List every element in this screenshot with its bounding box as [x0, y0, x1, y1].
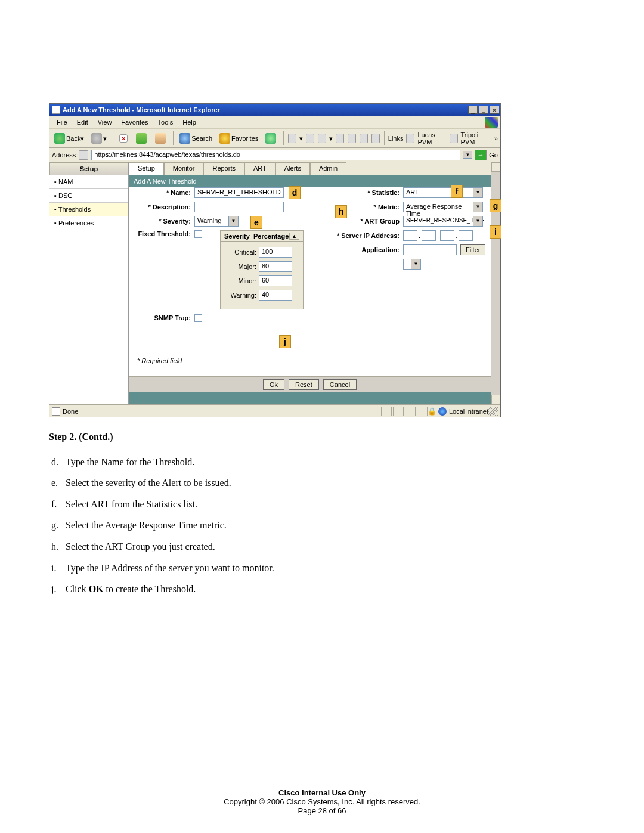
left-nav: Setup ▪ NAM ▪ DSG ▪ Thresholds ▪ Prefere…: [49, 162, 129, 404]
snmp-trap-label: SNMP Trap:: [129, 314, 194, 321]
metric-dropdown[interactable]: Average Response Time ▼: [403, 202, 483, 212]
toolbar-icon[interactable]: [348, 134, 356, 143]
tab-monitor[interactable]: Monitor: [164, 162, 204, 175]
back-button[interactable]: Back ▾: [52, 131, 86, 145]
nav-item-thresholds[interactable]: ▪ Thresholds: [49, 203, 128, 216]
nav-item-preferences[interactable]: ▪ Preferences: [49, 216, 128, 230]
collapse-icon[interactable]: ▲: [289, 233, 299, 240]
stop-button[interactable]: ×: [117, 131, 131, 145]
lock-icon: 🔒: [428, 407, 436, 416]
globe-icon: [438, 407, 447, 416]
warning-label: Warning:: [225, 292, 259, 299]
callout-e: e: [250, 216, 262, 229]
print-icon[interactable]: [306, 134, 314, 143]
status-cell: [405, 407, 416, 416]
critical-input[interactable]: 100: [259, 247, 292, 258]
nav-label: Preferences: [58, 219, 94, 227]
tab-setup[interactable]: Setup: [129, 162, 164, 175]
button-bar: Ok Reset Cancel: [129, 376, 491, 392]
separator: [384, 131, 385, 145]
ip-oct1-input[interactable]: [403, 230, 417, 241]
major-input[interactable]: 80: [259, 261, 292, 272]
menu-edit[interactable]: Edit: [72, 117, 93, 127]
favorites-button[interactable]: Favorites: [217, 131, 261, 145]
footer-page-number: Page 28 of 66: [0, 806, 644, 815]
home-button[interactable]: [153, 131, 169, 145]
resize-grip-icon[interactable]: [488, 407, 498, 416]
address-url: https://meknes:8443/acapweb/texas/thresh…: [94, 151, 240, 158]
fixed-threshold-checkbox[interactable]: [194, 230, 202, 238]
menu-view[interactable]: View: [93, 117, 117, 127]
warning-input[interactable]: 40: [259, 290, 292, 301]
close-button[interactable]: ×: [490, 106, 499, 114]
refresh-icon: [136, 133, 147, 144]
tab-reports[interactable]: Reports: [203, 162, 244, 175]
tab-art[interactable]: ART: [244, 162, 275, 175]
app-select[interactable]: ▼: [403, 259, 421, 270]
menu-tools[interactable]: Tools: [153, 117, 178, 127]
metric-value: Average Response Time: [406, 203, 462, 217]
tab-admin[interactable]: Admin: [310, 162, 346, 175]
chevron-right-icon[interactable]: »: [494, 135, 498, 142]
ok-button[interactable]: Ok: [263, 379, 284, 390]
snmp-trap-checkbox[interactable]: [194, 314, 202, 322]
dd-arrow-icon[interactable]: ▼: [463, 151, 472, 159]
major-label: Major:: [225, 263, 259, 270]
link-tripoli[interactable]: Tripoli PVM: [461, 131, 490, 145]
go-label: Go: [489, 151, 498, 159]
ip-oct4-input[interactable]: [459, 230, 473, 241]
minimize-button[interactable]: _: [468, 106, 478, 114]
page-subtitle: Add A New Threshold: [129, 175, 491, 187]
menu-favorites[interactable]: Favorites: [116, 117, 153, 127]
toolbar-icon[interactable]: [360, 134, 368, 143]
content-area: Setup ▪ NAM ▪ DSG ▪ Thresholds ▪ Prefere…: [49, 162, 500, 404]
media-button[interactable]: [263, 131, 280, 145]
description-input[interactable]: [194, 202, 284, 212]
address-input[interactable]: https://meknes:8443/acapweb/texas/thresh…: [91, 150, 460, 160]
reset-button[interactable]: Reset: [289, 379, 319, 390]
back-label: Back: [66, 135, 80, 142]
forward-button[interactable]: ▾: [89, 131, 109, 145]
toolbar-icon[interactable]: [371, 134, 380, 143]
footer-band: [129, 392, 491, 404]
discuss-icon[interactable]: [336, 134, 344, 143]
link-lucas[interactable]: Lucas PVM: [417, 131, 446, 145]
list-item: i.Type the IP Address of the server you …: [66, 561, 502, 576]
edit-icon[interactable]: [318, 134, 326, 143]
cancel-button[interactable]: Cancel: [323, 379, 357, 390]
toolbar: Back ▾ ▾ × Search Favorites ▾ ▾ Links Lu…: [49, 129, 500, 148]
chevron-down-icon: ▼: [473, 202, 483, 212]
menu-help[interactable]: Help: [178, 117, 201, 127]
nav-item-nam[interactable]: ▪ NAM: [49, 175, 128, 189]
ip-oct2-input[interactable]: [422, 230, 436, 241]
menu-file[interactable]: File: [52, 117, 72, 127]
name-input[interactable]: SERVER_RT_THRESHOLD: [194, 187, 284, 198]
statistic-dropdown[interactable]: ART ▼: [403, 187, 483, 198]
status-cell: [393, 407, 404, 416]
application-label: Application:: [332, 246, 403, 253]
name-value: SERVER_RT_THRESHOLD: [197, 188, 281, 196]
callout-h: h: [335, 205, 347, 218]
art-group-dropdown[interactable]: SERVER_RESPONSE_TIME ▼: [403, 216, 483, 227]
scroll-down-icon[interactable]: [491, 395, 500, 404]
application-input[interactable]: [403, 244, 457, 255]
address-label: Address: [52, 151, 76, 159]
tab-alerts[interactable]: Alerts: [275, 162, 310, 175]
maximize-button[interactable]: □: [479, 106, 488, 114]
mail-icon[interactable]: [288, 134, 296, 143]
chevron-down-icon: ▼: [229, 216, 239, 227]
search-button[interactable]: Search: [177, 131, 215, 145]
refresh-button[interactable]: [134, 131, 150, 145]
nav-item-dsg[interactable]: ▪ DSG: [49, 189, 128, 203]
window-title: Add A New Threshold - Microsoft Internet…: [63, 106, 467, 113]
minor-input[interactable]: 60: [259, 275, 292, 286]
statusbar: Done 🔒 Local intranet: [49, 404, 500, 417]
go-button[interactable]: →: [475, 150, 487, 160]
required-note: * Required field: [137, 357, 182, 364]
scroll-up-icon[interactable]: [491, 162, 500, 172]
search-icon: [179, 133, 190, 144]
filter-button[interactable]: Filter: [460, 244, 485, 255]
ip-oct3-input[interactable]: [440, 230, 454, 241]
severity-dropdown[interactable]: Warning ▼: [194, 216, 239, 227]
nav-label: NAM: [58, 178, 73, 185]
